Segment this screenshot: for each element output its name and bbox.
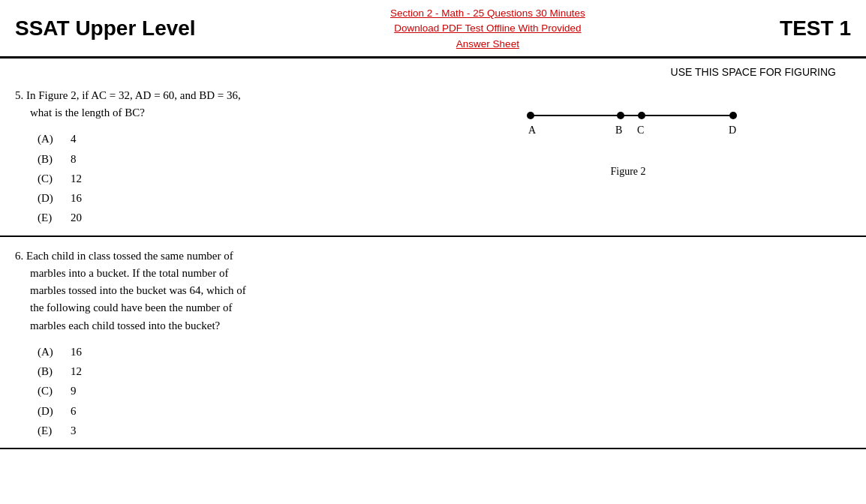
section-line1: Section 2 - Math - 25 Questions 30 Minut… xyxy=(390,6,585,21)
figuring-label: USE THIS SPACE FOR FIGURING xyxy=(671,62,851,81)
question-6-right xyxy=(405,248,851,441)
question-5-choices: (A) 4 (B) 8 (C) 12 (D) 16 (E) 20 xyxy=(38,129,390,227)
list-item: (E) 20 xyxy=(38,208,390,227)
choice-6e-value: 3 xyxy=(71,421,77,440)
question-6-left: 6. Each child in class tossed the same n… xyxy=(15,248,405,441)
choice-6a-label: (A) xyxy=(38,342,62,362)
figure-2-caption: Figure 2 xyxy=(610,166,645,178)
list-item: (B) 12 xyxy=(38,362,390,381)
label-c: C xyxy=(637,124,644,136)
question-5-number: 5. xyxy=(15,89,23,101)
question-6-line5: marbles each child tossed into the bucke… xyxy=(30,320,220,332)
choice-5b-value: 8 xyxy=(71,149,77,169)
list-item: (D) 6 xyxy=(38,401,390,421)
label-a: A xyxy=(528,124,537,136)
choice-5c-label: (C) xyxy=(38,169,62,188)
point-d-dot xyxy=(729,112,737,119)
question-5-text: 5. In Figure 2, if AC = 32, AD = 60, and… xyxy=(15,87,390,122)
choice-5c-value: 12 xyxy=(71,169,82,188)
list-item: (C) 9 xyxy=(38,381,390,400)
list-item: (D) 16 xyxy=(38,188,390,208)
section-line3: Answer Sheet xyxy=(390,37,585,52)
label-d: D xyxy=(729,124,736,136)
question-6-number: 6. xyxy=(15,250,23,262)
point-a-dot xyxy=(527,112,534,119)
question-5-line1: In Figure 2, if AC = 32, AD = 60, and BD… xyxy=(26,89,241,101)
question-6-choices: (A) 16 (B) 12 (C) 9 (D) 6 (E) 3 xyxy=(38,342,390,440)
choice-6a-value: 16 xyxy=(71,342,82,362)
point-c-dot xyxy=(638,112,645,119)
choice-6b-value: 12 xyxy=(71,362,82,381)
question-6-line4: the following could have been the number… xyxy=(30,302,233,314)
question-5-line2: what is the length of BC? xyxy=(30,106,145,118)
choice-6b-label: (B) xyxy=(38,362,62,381)
choice-5d-label: (D) xyxy=(38,188,62,208)
choice-5e-value: 20 xyxy=(71,208,82,227)
list-item: (A) 16 xyxy=(38,342,390,362)
choice-6c-label: (C) xyxy=(38,381,62,400)
choice-5d-value: 16 xyxy=(71,188,82,208)
choice-5b-label: (B) xyxy=(38,149,62,169)
list-item: (B) 8 xyxy=(38,149,390,169)
choice-5e-label: (E) xyxy=(38,208,62,227)
question-6-line1: Each child in class tossed the same numb… xyxy=(26,250,233,262)
question-6-line3: marbles tossed into the bucket was 64, w… xyxy=(30,284,246,296)
choice-6d-value: 6 xyxy=(71,401,77,421)
choice-5a-label: (A) xyxy=(38,129,62,148)
choice-5a-value: 4 xyxy=(71,129,77,148)
test-label: TEST 1 xyxy=(780,16,851,40)
main-content: USE THIS SPACE FOR FIGURING 5. In Figure… xyxy=(0,58,866,449)
section-line2: Download PDF Test Offline With Provided xyxy=(390,21,585,36)
choice-6e-label: (E) xyxy=(38,421,62,440)
section-info[interactable]: Section 2 - Math - 25 Questions 30 Minut… xyxy=(390,6,585,52)
question-6-section: 6. Each child in class tossed the same n… xyxy=(0,237,866,450)
choice-6c-value: 9 xyxy=(71,381,77,400)
figure-2-diagram: A B C D xyxy=(508,102,748,143)
page-title: SSAT Upper Level xyxy=(15,16,196,40)
label-b: B xyxy=(615,124,622,136)
list-item: (C) 12 xyxy=(38,169,390,188)
list-item: (A) 4 xyxy=(38,129,390,148)
list-item: (E) 3 xyxy=(38,421,390,440)
page-header: SSAT Upper Level Section 2 - Math - 25 Q… xyxy=(0,0,866,58)
question-6-text: 6. Each child in class tossed the same n… xyxy=(15,248,390,334)
question-6-line2: marbles into a bucket. If the total numb… xyxy=(30,267,229,279)
choice-6d-label: (D) xyxy=(38,401,62,421)
question-5-right: A B C D Figure 2 xyxy=(405,87,851,228)
question-5-left: 5. In Figure 2, if AC = 32, AD = 60, and… xyxy=(15,87,405,228)
question-5-section: 5. In Figure 2, if AC = 32, AD = 60, and… xyxy=(0,81,866,237)
figure-2-container: A B C D Figure 2 xyxy=(508,102,748,178)
point-b-dot xyxy=(617,112,624,119)
